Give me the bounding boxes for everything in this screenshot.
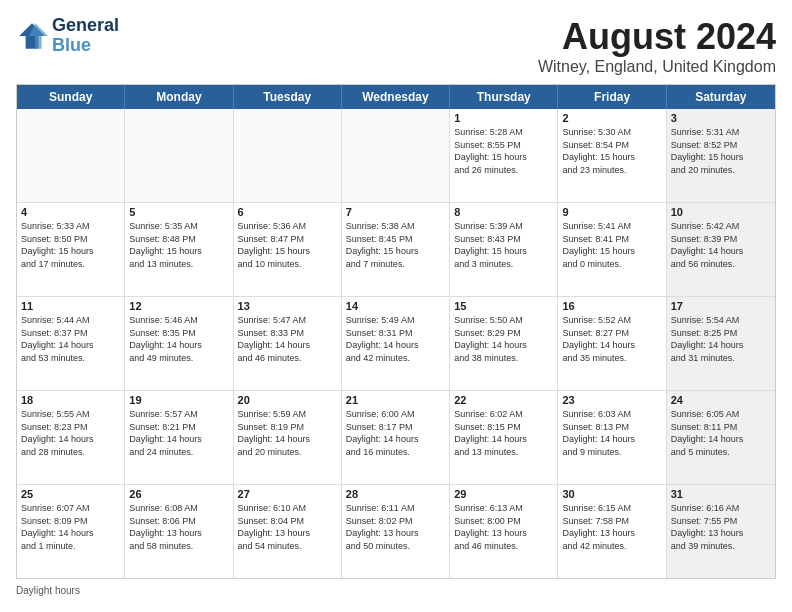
day-num-8: 8 [454, 206, 553, 218]
title-block: August 2024 Witney, England, United King… [538, 16, 776, 76]
day-num-9: 9 [562, 206, 661, 218]
header-tuesday: Tuesday [234, 85, 342, 109]
logo: General Blue [16, 16, 119, 56]
table-row: 19Sunrise: 5:57 AM Sunset: 8:21 PM Dayli… [125, 391, 233, 484]
day-num-1: 1 [454, 112, 553, 124]
table-row: 2Sunrise: 5:30 AM Sunset: 8:54 PM Daylig… [558, 109, 666, 202]
day-num-24: 24 [671, 394, 771, 406]
subtitle: Witney, England, United Kingdom [538, 58, 776, 76]
table-row [17, 109, 125, 202]
calendar: Sunday Monday Tuesday Wednesday Thursday… [16, 84, 776, 579]
table-row: 7Sunrise: 5:38 AM Sunset: 8:45 PM Daylig… [342, 203, 450, 296]
day-num-30: 30 [562, 488, 661, 500]
table-row: 5Sunrise: 5:35 AM Sunset: 8:48 PM Daylig… [125, 203, 233, 296]
cell-text: Sunrise: 6:03 AM Sunset: 8:13 PM Dayligh… [562, 408, 661, 458]
table-row: 3Sunrise: 5:31 AM Sunset: 8:52 PM Daylig… [667, 109, 775, 202]
day-num-14: 14 [346, 300, 445, 312]
cell-text: Sunrise: 5:33 AM Sunset: 8:50 PM Dayligh… [21, 220, 120, 270]
page: General Blue August 2024 Witney, England… [0, 0, 792, 612]
table-row: 6Sunrise: 5:36 AM Sunset: 8:47 PM Daylig… [234, 203, 342, 296]
table-row: 28Sunrise: 6:11 AM Sunset: 8:02 PM Dayli… [342, 485, 450, 578]
cell-text: Sunrise: 6:16 AM Sunset: 7:55 PM Dayligh… [671, 502, 771, 552]
table-row: 27Sunrise: 6:10 AM Sunset: 8:04 PM Dayli… [234, 485, 342, 578]
cell-text: Sunrise: 5:46 AM Sunset: 8:35 PM Dayligh… [129, 314, 228, 364]
table-row: 10Sunrise: 5:42 AM Sunset: 8:39 PM Dayli… [667, 203, 775, 296]
header-monday: Monday [125, 85, 233, 109]
cell-text: Sunrise: 6:07 AM Sunset: 8:09 PM Dayligh… [21, 502, 120, 552]
day-num-25: 25 [21, 488, 120, 500]
cell-text: Sunrise: 5:47 AM Sunset: 8:33 PM Dayligh… [238, 314, 337, 364]
table-row: 20Sunrise: 5:59 AM Sunset: 8:19 PM Dayli… [234, 391, 342, 484]
cell-text: Sunrise: 5:36 AM Sunset: 8:47 PM Dayligh… [238, 220, 337, 270]
cell-text: Sunrise: 5:50 AM Sunset: 8:29 PM Dayligh… [454, 314, 553, 364]
main-title: August 2024 [538, 16, 776, 58]
logo-icon [16, 20, 48, 52]
cell-text: Sunrise: 5:28 AM Sunset: 8:55 PM Dayligh… [454, 126, 553, 176]
cell-text: Sunrise: 5:39 AM Sunset: 8:43 PM Dayligh… [454, 220, 553, 270]
day-num-2: 2 [562, 112, 661, 124]
header-thursday: Thursday [450, 85, 558, 109]
header-saturday: Saturday [667, 85, 775, 109]
table-row: 24Sunrise: 6:05 AM Sunset: 8:11 PM Dayli… [667, 391, 775, 484]
table-row: 18Sunrise: 5:55 AM Sunset: 8:23 PM Dayli… [17, 391, 125, 484]
header-friday: Friday [558, 85, 666, 109]
cell-text: Sunrise: 6:10 AM Sunset: 8:04 PM Dayligh… [238, 502, 337, 552]
day-num-19: 19 [129, 394, 228, 406]
table-row: 26Sunrise: 6:08 AM Sunset: 8:06 PM Dayli… [125, 485, 233, 578]
table-row: 1Sunrise: 5:28 AM Sunset: 8:55 PM Daylig… [450, 109, 558, 202]
cell-text: Sunrise: 5:55 AM Sunset: 8:23 PM Dayligh… [21, 408, 120, 458]
day-num-6: 6 [238, 206, 337, 218]
table-row [342, 109, 450, 202]
calendar-body: 1Sunrise: 5:28 AM Sunset: 8:55 PM Daylig… [17, 109, 775, 578]
cell-text: Sunrise: 5:41 AM Sunset: 8:41 PM Dayligh… [562, 220, 661, 270]
table-row: 8Sunrise: 5:39 AM Sunset: 8:43 PM Daylig… [450, 203, 558, 296]
table-row: 11Sunrise: 5:44 AM Sunset: 8:37 PM Dayli… [17, 297, 125, 390]
daylight-label: Daylight hours [16, 585, 80, 596]
cal-row-4: 18Sunrise: 5:55 AM Sunset: 8:23 PM Dayli… [17, 391, 775, 485]
cell-text: Sunrise: 5:44 AM Sunset: 8:37 PM Dayligh… [21, 314, 120, 364]
header: General Blue August 2024 Witney, England… [16, 16, 776, 76]
day-num-21: 21 [346, 394, 445, 406]
table-row: 16Sunrise: 5:52 AM Sunset: 8:27 PM Dayli… [558, 297, 666, 390]
table-row: 4Sunrise: 5:33 AM Sunset: 8:50 PM Daylig… [17, 203, 125, 296]
day-num-11: 11 [21, 300, 120, 312]
table-row: 12Sunrise: 5:46 AM Sunset: 8:35 PM Dayli… [125, 297, 233, 390]
day-num-26: 26 [129, 488, 228, 500]
footer: Daylight hours [16, 585, 776, 596]
day-num-18: 18 [21, 394, 120, 406]
table-row: 15Sunrise: 5:50 AM Sunset: 8:29 PM Dayli… [450, 297, 558, 390]
day-num-28: 28 [346, 488, 445, 500]
cal-row-3: 11Sunrise: 5:44 AM Sunset: 8:37 PM Dayli… [17, 297, 775, 391]
cell-text: Sunrise: 6:13 AM Sunset: 8:00 PM Dayligh… [454, 502, 553, 552]
header-wednesday: Wednesday [342, 85, 450, 109]
cell-text: Sunrise: 5:42 AM Sunset: 8:39 PM Dayligh… [671, 220, 771, 270]
day-num-12: 12 [129, 300, 228, 312]
day-num-5: 5 [129, 206, 228, 218]
cell-text: Sunrise: 6:15 AM Sunset: 7:58 PM Dayligh… [562, 502, 661, 552]
day-num-17: 17 [671, 300, 771, 312]
cell-text: Sunrise: 6:08 AM Sunset: 8:06 PM Dayligh… [129, 502, 228, 552]
day-num-31: 31 [671, 488, 771, 500]
day-num-27: 27 [238, 488, 337, 500]
cell-text: Sunrise: 6:05 AM Sunset: 8:11 PM Dayligh… [671, 408, 771, 458]
cell-text: Sunrise: 5:30 AM Sunset: 8:54 PM Dayligh… [562, 126, 661, 176]
cell-text: Sunrise: 6:11 AM Sunset: 8:02 PM Dayligh… [346, 502, 445, 552]
table-row: 14Sunrise: 5:49 AM Sunset: 8:31 PM Dayli… [342, 297, 450, 390]
cell-text: Sunrise: 5:38 AM Sunset: 8:45 PM Dayligh… [346, 220, 445, 270]
cal-row-2: 4Sunrise: 5:33 AM Sunset: 8:50 PM Daylig… [17, 203, 775, 297]
table-row: 25Sunrise: 6:07 AM Sunset: 8:09 PM Dayli… [17, 485, 125, 578]
cell-text: Sunrise: 5:57 AM Sunset: 8:21 PM Dayligh… [129, 408, 228, 458]
table-row [125, 109, 233, 202]
cal-row-5: 25Sunrise: 6:07 AM Sunset: 8:09 PM Dayli… [17, 485, 775, 578]
table-row: 31Sunrise: 6:16 AM Sunset: 7:55 PM Dayli… [667, 485, 775, 578]
table-row: 9Sunrise: 5:41 AM Sunset: 8:41 PM Daylig… [558, 203, 666, 296]
table-row: 13Sunrise: 5:47 AM Sunset: 8:33 PM Dayli… [234, 297, 342, 390]
day-num-13: 13 [238, 300, 337, 312]
cell-text: Sunrise: 5:31 AM Sunset: 8:52 PM Dayligh… [671, 126, 771, 176]
day-num-16: 16 [562, 300, 661, 312]
day-num-3: 3 [671, 112, 771, 124]
cell-text: Sunrise: 5:52 AM Sunset: 8:27 PM Dayligh… [562, 314, 661, 364]
day-num-15: 15 [454, 300, 553, 312]
table-row: 21Sunrise: 6:00 AM Sunset: 8:17 PM Dayli… [342, 391, 450, 484]
cell-text: Sunrise: 5:35 AM Sunset: 8:48 PM Dayligh… [129, 220, 228, 270]
